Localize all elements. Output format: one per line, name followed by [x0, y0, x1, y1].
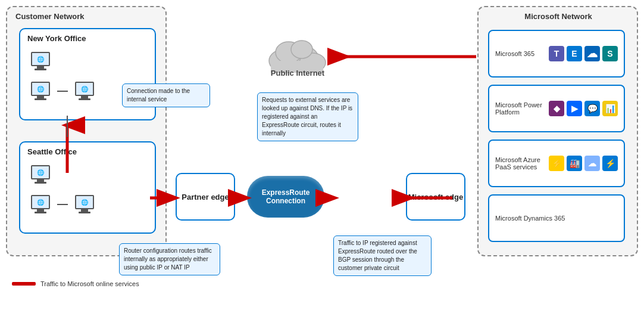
public-internet-label: Public Internet	[271, 69, 324, 78]
microsoft-network-box: Microsoft Network Microsoft 365 T E ☁ S …	[477, 6, 638, 256]
sharepoint-icon: S	[602, 46, 618, 61]
legend-line	[12, 282, 36, 286]
monitor-ny3: 🌐	[75, 82, 94, 96]
ms-power-icons: ◆ ▶ 💬 📊	[549, 101, 618, 116]
cloud-icon	[265, 30, 330, 75]
ny-office-label: New York Office	[27, 34, 86, 43]
computer-icon-ny2: 🌐	[31, 82, 50, 100]
computer-icon-ny1: 🌐	[31, 52, 50, 70]
computer-icon-sea2: 🌐	[31, 195, 50, 213]
ms-dynamics-box: Microsoft Dynamics 365	[488, 194, 625, 242]
computer-icon-ny3: 🌐	[75, 82, 94, 100]
svg-point-4	[291, 41, 312, 58]
ms-azure-box: Microsoft Azure PaaS services ⚡ 🏭 ☁ ⚡	[488, 140, 625, 187]
azure-cloud-icon: ☁	[584, 156, 600, 171]
ms-365-label: Microsoft 365	[495, 50, 549, 57]
computer-icon-sea1: 🌐	[31, 165, 50, 184]
powerautomate-icon: ▶	[567, 101, 582, 116]
azure-func-icon: ⚡	[549, 156, 564, 171]
seattle-office-label: Seattle Office	[27, 147, 77, 156]
ms-365-icons: T E ☁ S	[549, 46, 618, 61]
onedrive-icon: ☁	[584, 46, 600, 61]
ms-azure-label: Microsoft Azure PaaS services	[495, 156, 549, 170]
powervirtualagents-icon: 📊	[602, 101, 618, 116]
customer-network-label: Customer Network	[15, 12, 85, 21]
teams-icon: T	[549, 46, 564, 61]
microsoft-network-label: Microsoft Network	[487, 12, 630, 21]
powerapps-icon: ◆	[549, 101, 564, 116]
ms-dynamics-label: Microsoft Dynamics 365	[495, 215, 618, 222]
azure-logic-icon: ⚡	[602, 156, 618, 171]
diagram-container: Customer Network New York Office 🌐 🌐	[0, 0, 644, 292]
monitor-ny1: 🌐	[31, 52, 50, 66]
monitor-ny2: 🌐	[31, 82, 50, 96]
callout-dns: Requests to external services are looked…	[257, 92, 358, 141]
callout-seattle-router: Router configuration routes traffic inte…	[119, 243, 220, 275]
callout-traffic-ip: Traffic to IP registered against Express…	[333, 235, 432, 276]
monitor-sea1: 🌐	[31, 165, 50, 179]
ms-power-box: Microsoft Power Platform ◆ ▶ 💬 📊	[488, 85, 625, 132]
legend: Traffic to Microsoft online services	[12, 280, 139, 287]
monitor-sea3: 🌐	[75, 195, 94, 209]
microsoft-edge-box: Microsoft edge	[406, 173, 465, 221]
ms-power-label: Microsoft Power Platform	[495, 101, 549, 116]
monitor-sea2: 🌐	[31, 195, 50, 209]
callout-ny-connection: Connection made to the internal service	[122, 83, 210, 107]
computer-icon-sea3: 🌐	[75, 195, 94, 213]
ms-azure-icons: ⚡ 🏭 ☁ ⚡	[549, 156, 618, 171]
legend-label: Traffic to Microsoft online services	[40, 280, 139, 287]
ms-365-box: Microsoft 365 T E ☁ S	[488, 30, 625, 78]
public-internet: Public Internet	[256, 21, 339, 86]
customer-network-box: Customer Network New York Office 🌐 🌐	[6, 6, 167, 256]
powerbi-icon: 💬	[584, 101, 600, 116]
seattle-office-box: Seattle Office 🌐 🌐 🌐	[19, 141, 156, 234]
partner-edge-box: Partner edge	[176, 173, 235, 221]
edge-icon: E	[567, 46, 582, 61]
expressroute-box: ExpressRoute Connection	[247, 176, 324, 218]
azure-factory-icon: 🏭	[567, 156, 582, 171]
